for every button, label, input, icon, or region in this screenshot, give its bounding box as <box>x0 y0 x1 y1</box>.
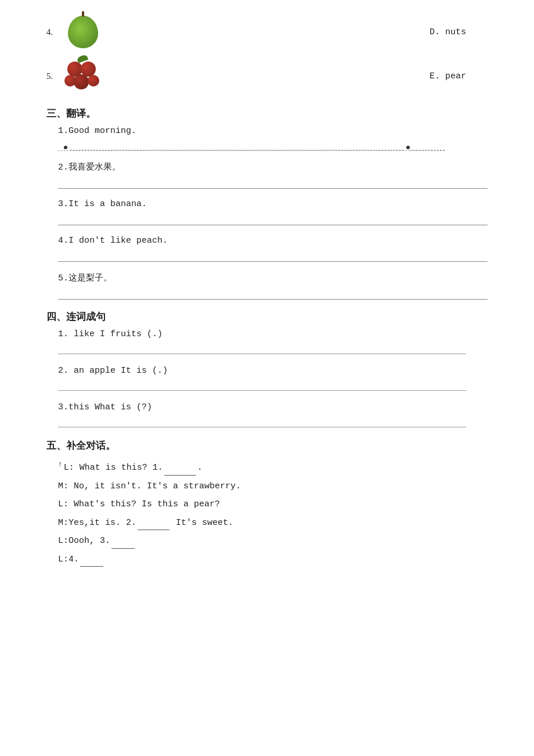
s4-line-3 <box>58 416 466 427</box>
section-4-items: 1. like I fruits (.) 2. an apple It is (… <box>46 329 488 427</box>
section-4: 四、连词成句 1. like I fruits (.) 2. an apple … <box>46 310 488 427</box>
s4-q2: 2. an apple It is (.) <box>58 366 488 376</box>
s3-q2: 2.我喜爱水果。 <box>58 161 488 172</box>
s4-q3: 3.this What is (?) <box>58 402 488 412</box>
item-4-answer: D. nuts <box>430 27 488 37</box>
s3-item-1: 1.Good morning. <box>58 126 488 151</box>
s4-item-2: 2. an apple It is (.) <box>58 366 488 391</box>
apple-stem <box>82 11 84 17</box>
section-3-items: 1.Good morning. 2.我喜爱水果。 3.It is a banan… <box>46 126 488 300</box>
dialog-line-2: M: No, it isn't. It's a strawberry. <box>58 479 488 494</box>
s3-line-5 <box>58 287 488 300</box>
blank-4 <box>80 557 103 567</box>
s3-q5: 5.这是梨子。 <box>58 272 488 283</box>
s4-item-1: 1. like I fruits (.) <box>58 329 488 354</box>
s3-item-4: 4.I don't like peach. <box>58 236 488 262</box>
s3-line-4 <box>58 249 488 262</box>
dialog-text-2: M: No, it isn't. It's a strawberry. <box>58 481 241 491</box>
nuts-shape-container <box>64 59 102 93</box>
blank-1 <box>164 466 196 476</box>
dialog-text-4: M:Yes,it is. 2. It's sweet. <box>58 518 233 528</box>
apple-shape <box>68 16 98 48</box>
item-5-num: 5. <box>46 71 58 81</box>
s4-q1: 1. like I fruits (.) <box>58 329 488 339</box>
section-5: 五、补全对话。 ↑L: What is this? 1.. M: No, it … <box>46 439 488 567</box>
s3-item-2: 2.我喜爱水果。 <box>58 161 488 189</box>
blank-2 <box>138 521 169 530</box>
dialog-line-4: M:Yes,it is. 2. It's sweet. <box>58 516 488 531</box>
dialog-text-1: L: What is this? 1.. <box>64 463 203 473</box>
dialog-line-6: L:4. <box>58 552 488 567</box>
section-4-title: 四、连词成句 <box>46 310 488 323</box>
section-5-items: ↑L: What is this? 1.. M: No, it isn't. I… <box>46 458 488 567</box>
section-3-title: 三、翻译。 <box>46 107 488 120</box>
nuts-image <box>63 56 103 96</box>
s4-item-3: 3.this What is (?) <box>58 402 488 427</box>
dialog-text-5: L:Oooh, 3. <box>58 536 136 546</box>
s3-item-3: 3.It is a banana. <box>58 199 488 225</box>
images-section: 4. D. nuts 5. E. pear <box>46 12 488 96</box>
s3-q1: 1.Good morning. <box>58 126 488 136</box>
s3-line-3 <box>58 213 488 225</box>
item-4-num: 4. <box>46 27 58 37</box>
section-3: 三、翻译。 1.Good morning. 2.我喜爱水果。 3.It is a… <box>46 107 488 300</box>
s3-item-5: 5.这是梨子。 <box>58 272 488 300</box>
dialog-text-6: L:4. <box>58 555 104 564</box>
s4-line-2 <box>58 379 466 391</box>
nut-5 <box>88 75 99 87</box>
item-5-answer: E. pear <box>430 71 488 81</box>
item-4-row: 4. D. nuts <box>46 12 488 52</box>
s4-line-1 <box>58 343 466 354</box>
s3-q3: 3.It is a banana. <box>58 199 488 209</box>
s3-line-2 <box>58 176 488 189</box>
dialog-text-3: L: What's this? Is this a pear? <box>58 499 220 509</box>
apple-image <box>63 12 103 52</box>
dialog-l-label: ↑ <box>58 460 63 469</box>
dialog-line-1: ↑L: What is this? 1.. <box>58 458 488 476</box>
nut-4 <box>64 75 76 87</box>
item-5-row: 5. E. pear <box>46 56 488 96</box>
blank-3 <box>111 539 135 549</box>
dialog-line-5: L:Oooh, 3. <box>58 534 488 549</box>
s3-q4: 4.I don't like peach. <box>58 236 488 246</box>
dialog-line-3: L: What's this? Is this a pear? <box>58 497 488 512</box>
section-5-title: 五、补全对话。 <box>46 439 488 452</box>
